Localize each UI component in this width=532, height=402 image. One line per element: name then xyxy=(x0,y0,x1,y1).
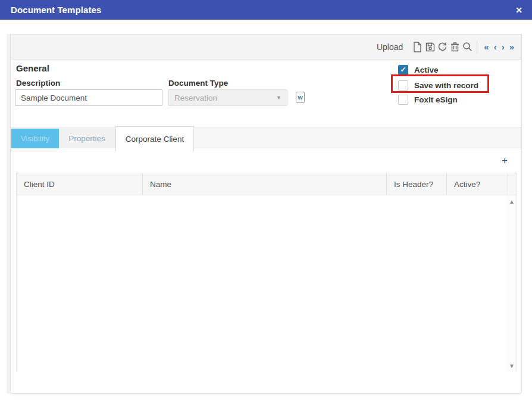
save-with-record-checkbox-row: Save with record xyxy=(398,80,478,91)
column-header-client-id[interactable]: Client ID xyxy=(17,173,143,195)
column-header-is-header[interactable]: Is Header? xyxy=(387,173,447,195)
close-icon[interactable]: ✕ xyxy=(515,6,522,14)
save-with-record-checkbox-label: Save with record xyxy=(414,81,478,90)
foxit-esign-checkbox[interactable] xyxy=(398,95,408,105)
nav-next-icon[interactable]: › xyxy=(499,40,507,54)
chevron-down-icon: ▼ xyxy=(276,95,281,101)
save-with-record-checkbox[interactable] xyxy=(398,80,408,91)
word-document-icon[interactable]: W xyxy=(296,92,305,103)
tab-corporate-client[interactable]: Corporate Client xyxy=(115,126,194,151)
dialog-titlebar: Document Templates ✕ xyxy=(0,0,532,20)
column-header-name[interactable]: Name xyxy=(143,173,387,195)
grid-body: ▲ ▼ xyxy=(17,195,517,372)
scroll-down-icon[interactable]: ▼ xyxy=(508,362,515,369)
nav-prev-icon[interactable]: ‹ xyxy=(492,40,499,54)
active-checkbox-row: ✓ Active xyxy=(398,64,439,75)
tab-properties[interactable]: Properties xyxy=(59,129,115,148)
search-icon[interactable] xyxy=(461,40,474,54)
tab-properties-label: Properties xyxy=(68,134,105,143)
nav-first-icon[interactable]: « xyxy=(481,40,491,54)
toolbar-separator xyxy=(477,40,477,54)
description-input[interactable] xyxy=(15,89,162,106)
nav-last-icon[interactable]: » xyxy=(507,40,517,54)
add-row-button[interactable]: + xyxy=(500,156,509,166)
upload-button[interactable]: Upload xyxy=(377,42,403,52)
foxit-esign-checkbox-row: Foxit eSign xyxy=(398,94,458,105)
corporate-client-grid: Client ID Name Is Header? Active? ▲ ▼ xyxy=(16,173,517,372)
tab-corporate-client-label: Corporate Client xyxy=(126,135,184,144)
scroll-up-icon[interactable]: ▲ xyxy=(508,198,515,205)
delete-icon[interactable] xyxy=(449,40,461,54)
check-icon: ✓ xyxy=(400,66,406,74)
column-header-spacer xyxy=(508,173,517,195)
new-document-icon[interactable] xyxy=(411,40,424,54)
foxit-esign-checkbox-label: Foxit eSign xyxy=(414,95,458,104)
vertical-scrollbar[interactable]: ▲ ▼ xyxy=(507,195,517,372)
document-type-label: Document Type xyxy=(168,79,228,88)
section-title-general: General xyxy=(16,63,49,73)
column-header-active[interactable]: Active? xyxy=(447,173,508,195)
description-label: Description xyxy=(16,79,60,88)
tab-strip: Visibility Properties Corporate Client xyxy=(11,128,521,148)
refresh-icon[interactable] xyxy=(436,40,449,54)
save-icon[interactable] xyxy=(424,40,436,54)
document-type-value: Reservation xyxy=(174,94,217,102)
tab-visibility[interactable]: Visibility xyxy=(11,129,59,148)
document-type-select[interactable]: Reservation ▼ xyxy=(168,89,287,106)
grid-header-row: Client ID Name Is Header? Active? xyxy=(17,173,517,195)
active-checkbox-label: Active xyxy=(414,66,439,74)
document-template-panel: Upload « ‹ › » General Description Docum… xyxy=(10,34,522,394)
toolbar: Upload « ‹ › » xyxy=(11,35,521,60)
tab-visibility-label: Visibility xyxy=(21,134,50,143)
dialog-title: Document Templates xyxy=(11,5,515,15)
active-checkbox[interactable]: ✓ xyxy=(398,65,408,75)
